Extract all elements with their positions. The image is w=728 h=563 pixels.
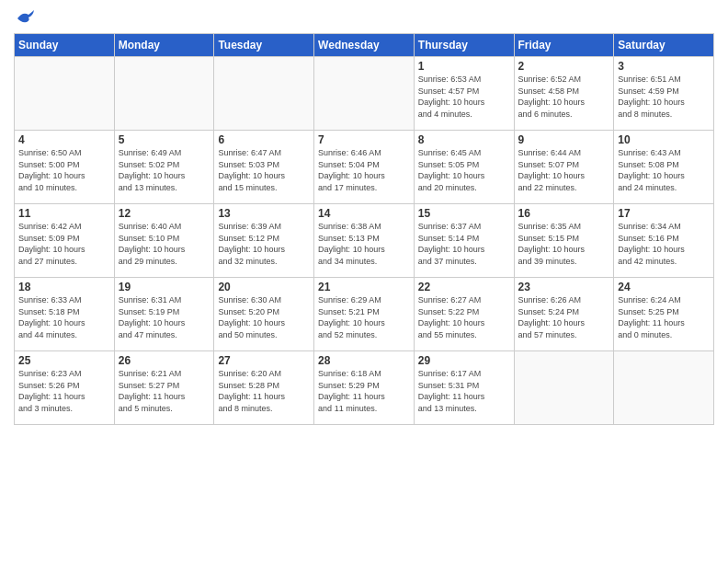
logo-bird-icon [16, 9, 36, 26]
calendar-table: SundayMondayTuesdayWednesdayThursdayFrid… [14, 33, 714, 425]
day-number: 6 [218, 133, 310, 146]
calendar-cell: 11Sunrise: 6:42 AM Sunset: 5:09 PM Dayli… [15, 204, 115, 278]
day-info: Sunrise: 6:44 AM Sunset: 5:07 PM Dayligh… [518, 147, 610, 193]
calendar-cell: 27Sunrise: 6:20 AM Sunset: 5:28 PM Dayli… [214, 351, 314, 425]
day-info: Sunrise: 6:34 AM Sunset: 5:16 PM Dayligh… [618, 221, 710, 267]
day-info: Sunrise: 6:18 AM Sunset: 5:29 PM Dayligh… [318, 368, 410, 414]
day-number: 16 [518, 207, 610, 220]
day-info: Sunrise: 6:52 AM Sunset: 4:58 PM Dayligh… [518, 74, 610, 120]
calendar-cell: 22Sunrise: 6:27 AM Sunset: 5:22 PM Dayli… [414, 278, 514, 351]
day-info: Sunrise: 6:47 AM Sunset: 5:03 PM Dayligh… [218, 147, 310, 193]
day-number: 11 [18, 207, 110, 220]
calendar-cell: 4Sunrise: 6:50 AM Sunset: 5:00 PM Daylig… [15, 131, 115, 204]
calendar-cell: 6Sunrise: 6:47 AM Sunset: 5:03 PM Daylig… [214, 131, 314, 204]
day-info: Sunrise: 6:43 AM Sunset: 5:08 PM Dayligh… [618, 147, 710, 193]
day-info: Sunrise: 6:31 AM Sunset: 5:19 PM Dayligh… [119, 294, 210, 340]
day-number: 10 [618, 133, 710, 146]
day-info: Sunrise: 6:24 AM Sunset: 5:25 PM Dayligh… [618, 294, 710, 340]
day-number: 28 [318, 354, 410, 367]
day-number: 17 [618, 207, 710, 220]
day-info: Sunrise: 6:46 AM Sunset: 5:04 PM Dayligh… [318, 147, 410, 193]
day-info: Sunrise: 6:53 AM Sunset: 4:57 PM Dayligh… [418, 74, 510, 120]
day-number: 18 [18, 281, 110, 293]
day-number: 9 [518, 133, 610, 146]
calendar-cell: 18Sunrise: 6:33 AM Sunset: 5:18 PM Dayli… [15, 278, 115, 351]
day-number: 1 [418, 60, 510, 73]
week-row-0: 1Sunrise: 6:53 AM Sunset: 4:57 PM Daylig… [15, 57, 714, 131]
logo [14, 9, 36, 26]
calendar-cell: 12Sunrise: 6:40 AM Sunset: 5:10 PM Dayli… [114, 204, 214, 278]
calendar-cell: 17Sunrise: 6:34 AM Sunset: 5:16 PM Dayli… [614, 204, 714, 278]
day-info: Sunrise: 6:33 AM Sunset: 5:18 PM Dayligh… [18, 294, 110, 340]
header [14, 9, 714, 26]
day-info: Sunrise: 6:39 AM Sunset: 5:12 PM Dayligh… [218, 221, 310, 267]
day-number: 3 [618, 60, 710, 73]
calendar-cell: 10Sunrise: 6:43 AM Sunset: 5:08 PM Dayli… [614, 131, 714, 204]
day-info: Sunrise: 6:17 AM Sunset: 5:31 PM Dayligh… [418, 368, 510, 414]
calendar-cell: 19Sunrise: 6:31 AM Sunset: 5:19 PM Dayli… [114, 278, 214, 351]
calendar-cell [614, 351, 714, 425]
day-number: 24 [618, 281, 710, 293]
calendar-cell [15, 57, 115, 131]
calendar-cell: 29Sunrise: 6:17 AM Sunset: 5:31 PM Dayli… [414, 351, 514, 425]
calendar-cell [314, 57, 415, 131]
day-info: Sunrise: 6:51 AM Sunset: 4:59 PM Dayligh… [618, 74, 710, 120]
calendar-cell: 25Sunrise: 6:23 AM Sunset: 5:26 PM Dayli… [15, 351, 115, 425]
day-header-wednesday: Wednesday [314, 34, 415, 57]
calendar-cell [214, 57, 314, 131]
day-info: Sunrise: 6:21 AM Sunset: 5:27 PM Dayligh… [119, 368, 210, 414]
calendar-cell: 26Sunrise: 6:21 AM Sunset: 5:27 PM Dayli… [114, 351, 214, 425]
calendar-cell: 1Sunrise: 6:53 AM Sunset: 4:57 PM Daylig… [414, 57, 514, 131]
day-number: 22 [418, 281, 510, 293]
day-number: 25 [18, 354, 110, 367]
day-number: 19 [119, 281, 210, 293]
day-number: 7 [318, 133, 410, 146]
day-header-saturday: Saturday [614, 34, 714, 57]
calendar-cell: 5Sunrise: 6:49 AM Sunset: 5:02 PM Daylig… [114, 131, 214, 204]
calendar-cell: 9Sunrise: 6:44 AM Sunset: 5:07 PM Daylig… [514, 131, 614, 204]
calendar-cell: 20Sunrise: 6:30 AM Sunset: 5:20 PM Dayli… [214, 278, 314, 351]
day-number: 29 [418, 354, 510, 367]
calendar-cell: 21Sunrise: 6:29 AM Sunset: 5:21 PM Dayli… [314, 278, 415, 351]
day-info: Sunrise: 6:49 AM Sunset: 5:02 PM Dayligh… [119, 147, 210, 193]
day-info: Sunrise: 6:23 AM Sunset: 5:26 PM Dayligh… [18, 368, 110, 414]
day-number: 15 [418, 207, 510, 220]
day-number: 4 [18, 133, 110, 146]
calendar-cell: 3Sunrise: 6:51 AM Sunset: 4:59 PM Daylig… [614, 57, 714, 131]
day-number: 20 [218, 281, 310, 293]
day-info: Sunrise: 6:45 AM Sunset: 5:05 PM Dayligh… [418, 147, 510, 193]
day-header-friday: Friday [514, 34, 614, 57]
day-number: 5 [119, 133, 210, 146]
calendar-cell: 15Sunrise: 6:37 AM Sunset: 5:14 PM Dayli… [414, 204, 514, 278]
day-number: 8 [418, 133, 510, 146]
day-info: Sunrise: 6:38 AM Sunset: 5:13 PM Dayligh… [318, 221, 410, 267]
week-row-3: 18Sunrise: 6:33 AM Sunset: 5:18 PM Dayli… [15, 278, 714, 351]
day-number: 27 [218, 354, 310, 367]
day-info: Sunrise: 6:30 AM Sunset: 5:20 PM Dayligh… [218, 294, 310, 340]
week-row-1: 4Sunrise: 6:50 AM Sunset: 5:00 PM Daylig… [15, 131, 714, 204]
week-row-4: 25Sunrise: 6:23 AM Sunset: 5:26 PM Dayli… [15, 351, 714, 425]
day-number: 13 [218, 207, 310, 220]
calendar-container: SundayMondayTuesdayWednesdayThursdayFrid… [0, 0, 728, 434]
day-number: 14 [318, 207, 410, 220]
week-row-2: 11Sunrise: 6:42 AM Sunset: 5:09 PM Dayli… [15, 204, 714, 278]
day-header-sunday: Sunday [15, 34, 115, 57]
day-number: 2 [518, 60, 610, 73]
calendar-cell: 24Sunrise: 6:24 AM Sunset: 5:25 PM Dayli… [614, 278, 714, 351]
day-info: Sunrise: 6:37 AM Sunset: 5:14 PM Dayligh… [418, 221, 510, 267]
day-info: Sunrise: 6:42 AM Sunset: 5:09 PM Dayligh… [18, 221, 110, 267]
calendar-cell: 8Sunrise: 6:45 AM Sunset: 5:05 PM Daylig… [414, 131, 514, 204]
calendar-cell: 16Sunrise: 6:35 AM Sunset: 5:15 PM Dayli… [514, 204, 614, 278]
calendar-cell: 28Sunrise: 6:18 AM Sunset: 5:29 PM Dayli… [314, 351, 415, 425]
calendar-cell: 2Sunrise: 6:52 AM Sunset: 4:58 PM Daylig… [514, 57, 614, 131]
calendar-cell: 14Sunrise: 6:38 AM Sunset: 5:13 PM Dayli… [314, 204, 415, 278]
calendar-cell: 23Sunrise: 6:26 AM Sunset: 5:24 PM Dayli… [514, 278, 614, 351]
day-number: 12 [119, 207, 210, 220]
day-info: Sunrise: 6:27 AM Sunset: 5:22 PM Dayligh… [418, 294, 510, 340]
day-info: Sunrise: 6:50 AM Sunset: 5:00 PM Dayligh… [18, 147, 110, 193]
day-info: Sunrise: 6:20 AM Sunset: 5:28 PM Dayligh… [218, 368, 310, 414]
calendar-cell [514, 351, 614, 425]
day-number: 23 [518, 281, 610, 293]
calendar-cell: 13Sunrise: 6:39 AM Sunset: 5:12 PM Dayli… [214, 204, 314, 278]
day-info: Sunrise: 6:29 AM Sunset: 5:21 PM Dayligh… [318, 294, 410, 340]
